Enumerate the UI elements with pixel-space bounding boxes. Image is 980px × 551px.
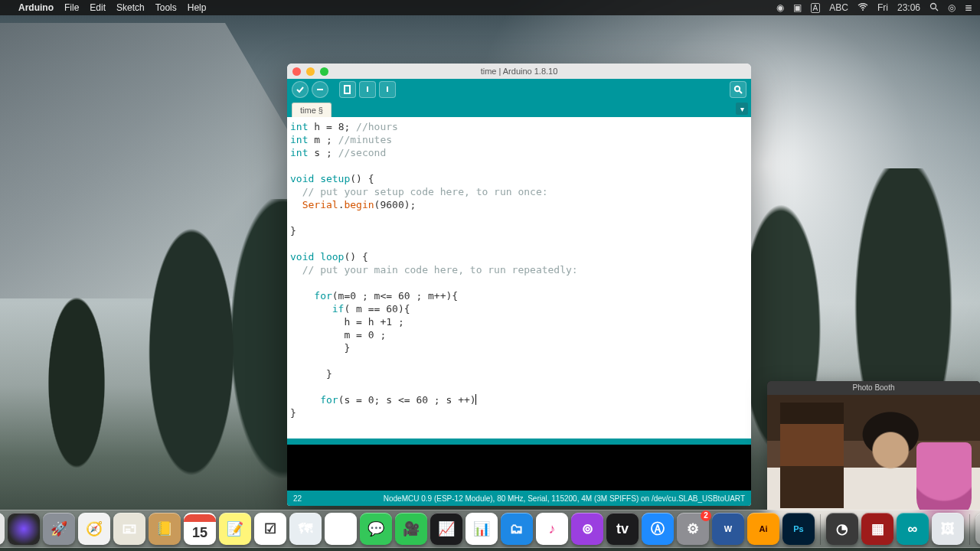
dock-finder-icon[interactable] bbox=[0, 513, 5, 545]
verify-button[interactable] bbox=[292, 81, 309, 98]
window-minimize-button[interactable] bbox=[306, 67, 315, 76]
dock-app-red-icon[interactable]: ▦ bbox=[861, 513, 893, 545]
dock-notes-icon[interactable]: 📝 bbox=[219, 513, 251, 545]
dock-mail-icon[interactable]: 🖃 bbox=[113, 513, 145, 545]
svg-line-5 bbox=[740, 91, 743, 94]
dock-numbers-icon[interactable]: 📊 bbox=[466, 513, 498, 545]
menu-edit[interactable]: Edit bbox=[90, 2, 106, 13]
window-close-button[interactable] bbox=[292, 67, 301, 76]
dock-contacts-icon[interactable]: 📒 bbox=[149, 513, 181, 545]
dock-photoshop-icon[interactable]: Ps bbox=[782, 513, 815, 545]
photobooth-window[interactable]: Photo Booth bbox=[767, 381, 980, 527]
prefs-badge: 2 bbox=[701, 510, 711, 521]
status-bar: 22 NodeMCU 0.9 (ESP-12 Module), 80 MHz, … bbox=[287, 491, 751, 506]
sketch-tab-bar: time § ▾ bbox=[287, 100, 751, 117]
dock-illustrator-icon[interactable]: Ai bbox=[747, 513, 779, 545]
svg-rect-3 bbox=[345, 86, 350, 93]
dock-separator-2 bbox=[969, 514, 970, 545]
svg-point-0 bbox=[862, 9, 864, 11]
input-source-icon[interactable]: A bbox=[811, 3, 821, 13]
save-sketch-button[interactable] bbox=[379, 81, 396, 98]
wallpaper-trees-left bbox=[0, 199, 322, 520]
dock-photos-icon[interactable]: 🏵 bbox=[325, 513, 357, 545]
control-center-icon[interactable]: ◎ bbox=[948, 2, 956, 13]
open-sketch-button[interactable] bbox=[359, 81, 376, 98]
menu-file[interactable]: File bbox=[64, 2, 79, 13]
dock-maps-icon[interactable]: 🗺 bbox=[289, 513, 322, 545]
dock-arduino-icon[interactable]: ∞ bbox=[897, 513, 929, 545]
dock-podcasts-icon[interactable]: ⊚ bbox=[571, 513, 603, 545]
new-sketch-button[interactable] bbox=[339, 81, 356, 98]
menu-help[interactable]: Help bbox=[188, 2, 207, 13]
dock-launchpad-icon[interactable]: 🚀 bbox=[43, 513, 75, 545]
sketch-tab-time[interactable]: time § bbox=[292, 103, 332, 117]
window-zoom-button[interactable] bbox=[320, 67, 328, 76]
dock-safari-icon[interactable]: 🧭 bbox=[78, 513, 110, 545]
language-indicator[interactable]: ABC bbox=[829, 2, 848, 13]
photobooth-title: Photo Booth bbox=[767, 381, 980, 395]
dock-messages-icon[interactable]: 💬 bbox=[360, 513, 392, 545]
screen-mirror-icon[interactable]: ▣ bbox=[793, 2, 802, 13]
dock-keynote-icon[interactable]: 🗂 bbox=[501, 513, 533, 545]
window-titlebar[interactable]: time | Arduino 1.8.10 bbox=[287, 64, 751, 79]
dock-trash-icon[interactable]: 🗑 bbox=[975, 513, 980, 545]
menubar-day[interactable]: Fri bbox=[877, 2, 888, 13]
window-title: time | Arduino 1.8.10 bbox=[481, 67, 558, 76]
dock-obs-icon[interactable]: ◔ bbox=[826, 513, 858, 545]
dock-stocks-icon[interactable]: 📈 bbox=[430, 513, 462, 545]
dock-system-preferences-icon[interactable]: ⚙2 bbox=[677, 513, 709, 545]
menubar-app-name[interactable]: Arduino bbox=[18, 2, 54, 13]
status-line-number: 22 bbox=[293, 494, 302, 503]
svg-line-2 bbox=[936, 8, 938, 11]
editor-console-divider[interactable] bbox=[287, 439, 751, 445]
menu-tools[interactable]: Tools bbox=[155, 2, 177, 13]
dock-siri-icon[interactable] bbox=[8, 513, 40, 545]
photobooth-video-feed bbox=[767, 395, 980, 527]
menubar-time[interactable]: 23:06 bbox=[897, 2, 920, 13]
serial-monitor-button[interactable] bbox=[730, 81, 746, 98]
macos-dock: 🚀 🧭 🖃 📒 MAY15 📝 ☑ 🗺 🏵 💬 🎥 📈 📊 🗂 ♪ ⊚ tv Ⓐ… bbox=[0, 510, 980, 548]
menu-sketch[interactable]: Sketch bbox=[116, 2, 145, 13]
record-status-icon[interactable]: ◉ bbox=[776, 2, 784, 13]
wifi-icon[interactable] bbox=[858, 2, 868, 13]
arduino-toolbar bbox=[287, 79, 751, 100]
macos-menubar: Arduino File Edit Sketch Tools Help ◉ ▣ … bbox=[0, 0, 980, 15]
svg-point-4 bbox=[735, 86, 740, 91]
dock-reminders-icon[interactable]: ☑ bbox=[254, 513, 286, 545]
tab-menu-button[interactable]: ▾ bbox=[736, 103, 748, 115]
dock-word-icon[interactable]: W bbox=[712, 513, 744, 545]
dock-facetime-icon[interactable]: 🎥 bbox=[395, 513, 427, 545]
upload-button[interactable] bbox=[312, 81, 328, 98]
svg-point-1 bbox=[931, 3, 936, 8]
dock-tv-icon[interactable]: tv bbox=[606, 513, 639, 545]
arduino-ide-window: time | Arduino 1.8.10 time § ▾ int h = 8… bbox=[287, 64, 751, 506]
dock-separator bbox=[820, 514, 821, 545]
output-console[interactable] bbox=[287, 445, 751, 491]
text-cursor bbox=[475, 394, 476, 405]
dock-preview-icon[interactable]: 🖼 bbox=[932, 513, 964, 545]
notification-center-icon[interactable]: ≣ bbox=[965, 2, 972, 13]
code-editor[interactable]: int h = 8; //hours int m ; //minutes int… bbox=[287, 117, 751, 439]
dock-calendar-icon[interactable]: MAY15 bbox=[184, 513, 216, 545]
dock-appstore-icon[interactable]: Ⓐ bbox=[642, 513, 674, 545]
spotlight-icon[interactable] bbox=[929, 2, 939, 14]
dock-itunes-icon[interactable]: ♪ bbox=[536, 513, 568, 545]
status-board-info: NodeMCU 0.9 (ESP-12 Module), 80 MHz, Ser… bbox=[384, 494, 745, 503]
